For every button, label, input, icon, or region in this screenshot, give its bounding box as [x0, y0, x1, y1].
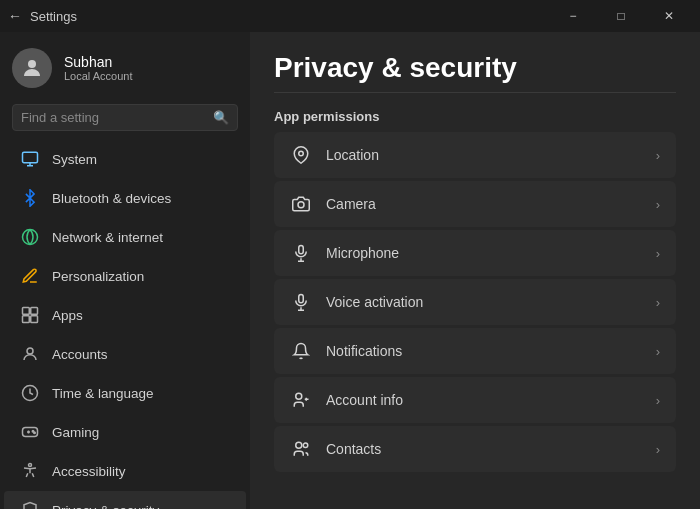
avatar — [12, 48, 52, 88]
svg-point-28 — [303, 443, 308, 448]
search-box[interactable]: 🔍 — [12, 104, 238, 131]
settings-item-label-voice: Voice activation — [326, 294, 423, 310]
sidebar-item-label-network: Network & internet — [52, 230, 163, 245]
settings-item-label-contacts: Contacts — [326, 441, 381, 457]
svg-rect-21 — [299, 295, 304, 303]
chevron-accountinfo-icon: › — [656, 393, 660, 408]
svg-rect-6 — [23, 316, 30, 323]
sidebar-item-accessibility[interactable]: Accessibility — [4, 452, 246, 490]
svg-point-17 — [298, 202, 304, 208]
settings-item-label-notifications: Notifications — [326, 343, 402, 359]
svg-point-14 — [34, 432, 36, 434]
settings-item-left-location: Location — [290, 144, 379, 166]
sidebar-item-label-privacy: Privacy & security — [52, 503, 159, 510]
settings-item-camera[interactable]: Camera › — [274, 181, 676, 227]
chevron-microphone-icon: › — [656, 246, 660, 261]
chevron-voice-icon: › — [656, 295, 660, 310]
settings-item-accountinfo[interactable]: Account info › — [274, 377, 676, 423]
sidebar-item-label-gaming: Gaming — [52, 425, 99, 440]
personalization-icon — [20, 266, 40, 286]
gaming-icon — [20, 422, 40, 442]
settings-item-left-accountinfo: Account info — [290, 389, 403, 411]
sidebar-item-system[interactable]: System — [4, 140, 246, 178]
back-button[interactable]: ← — [8, 8, 22, 24]
system-icon — [20, 149, 40, 169]
sidebar-item-personalization[interactable]: Personalization — [4, 257, 246, 295]
chevron-location-icon: › — [656, 148, 660, 163]
svg-point-16 — [299, 151, 304, 156]
settings-item-left-contacts: Contacts — [290, 438, 381, 460]
settings-item-left-voice: Voice activation — [290, 291, 423, 313]
title-bar: ← Settings − □ ✕ — [0, 0, 700, 32]
voice-settings-icon — [290, 291, 312, 313]
svg-point-8 — [27, 348, 33, 354]
settings-list: Location › Camera › Microphone › Voice a… — [274, 132, 676, 472]
section-label: App permissions — [274, 109, 676, 124]
sidebar-item-label-time: Time & language — [52, 386, 154, 401]
sidebar-item-accounts[interactable]: Accounts — [4, 335, 246, 373]
settings-item-notifications[interactable]: Notifications › — [274, 328, 676, 374]
sidebar-item-label-system: System — [52, 152, 97, 167]
sidebar: Subhan Local Account 🔍 System Bluetooth … — [0, 32, 250, 509]
content-area: Privacy & security App permissions Locat… — [250, 32, 700, 509]
notifications-settings-icon — [290, 340, 312, 362]
nav-list: System Bluetooth & devices Network & int… — [0, 139, 250, 509]
title-bar-controls: − □ ✕ — [550, 0, 692, 32]
sidebar-item-label-accessibility: Accessibility — [52, 464, 126, 479]
sidebar-item-time[interactable]: Time & language — [4, 374, 246, 412]
privacy-icon — [20, 500, 40, 509]
window-title: Settings — [30, 9, 77, 24]
page-title: Privacy & security — [274, 52, 676, 84]
chevron-contacts-icon: › — [656, 442, 660, 457]
svg-rect-4 — [23, 308, 30, 315]
maximize-button[interactable]: □ — [598, 0, 644, 32]
svg-point-24 — [296, 393, 302, 399]
search-input[interactable] — [21, 110, 207, 125]
minimize-button[interactable]: − — [550, 0, 596, 32]
time-icon — [20, 383, 40, 403]
settings-item-contacts[interactable]: Contacts › — [274, 426, 676, 472]
close-button[interactable]: ✕ — [646, 0, 692, 32]
settings-item-microphone[interactable]: Microphone › — [274, 230, 676, 276]
accounts-icon — [20, 344, 40, 364]
settings-item-label-location: Location — [326, 147, 379, 163]
svg-rect-5 — [31, 308, 38, 315]
svg-rect-18 — [299, 246, 304, 254]
bluetooth-icon — [20, 188, 40, 208]
profile-name: Subhan — [64, 54, 133, 70]
settings-item-voice[interactable]: Voice activation › — [274, 279, 676, 325]
sidebar-item-label-personalization: Personalization — [52, 269, 144, 284]
settings-item-label-microphone: Microphone — [326, 245, 399, 261]
svg-point-15 — [29, 464, 32, 467]
app-body: Subhan Local Account 🔍 System Bluetooth … — [0, 32, 700, 509]
chevron-camera-icon: › — [656, 197, 660, 212]
title-bar-left: ← Settings — [8, 8, 77, 24]
sidebar-item-label-apps: Apps — [52, 308, 83, 323]
settings-item-label-camera: Camera — [326, 196, 376, 212]
sidebar-item-bluetooth[interactable]: Bluetooth & devices — [4, 179, 246, 217]
svg-rect-7 — [31, 316, 38, 323]
divider — [274, 92, 676, 93]
search-icon: 🔍 — [213, 110, 229, 125]
camera-settings-icon — [290, 193, 312, 215]
accessibility-icon — [20, 461, 40, 481]
sidebar-item-apps[interactable]: Apps — [4, 296, 246, 334]
profile-info: Subhan Local Account — [64, 54, 133, 82]
contacts-settings-icon — [290, 438, 312, 460]
settings-item-location[interactable]: Location › — [274, 132, 676, 178]
sidebar-item-privacy[interactable]: Privacy & security — [4, 491, 246, 509]
sidebar-profile[interactable]: Subhan Local Account — [0, 32, 250, 104]
settings-item-label-accountinfo: Account info — [326, 392, 403, 408]
sidebar-item-label-bluetooth: Bluetooth & devices — [52, 191, 171, 206]
profile-subtitle: Local Account — [64, 70, 133, 82]
network-icon — [20, 227, 40, 247]
sidebar-item-label-accounts: Accounts — [52, 347, 108, 362]
location-settings-icon — [290, 144, 312, 166]
svg-point-0 — [28, 60, 36, 68]
chevron-notifications-icon: › — [656, 344, 660, 359]
microphone-settings-icon — [290, 242, 312, 264]
settings-item-left-notifications: Notifications — [290, 340, 402, 362]
sidebar-item-network[interactable]: Network & internet — [4, 218, 246, 256]
sidebar-item-gaming[interactable]: Gaming — [4, 413, 246, 451]
accountinfo-settings-icon — [290, 389, 312, 411]
